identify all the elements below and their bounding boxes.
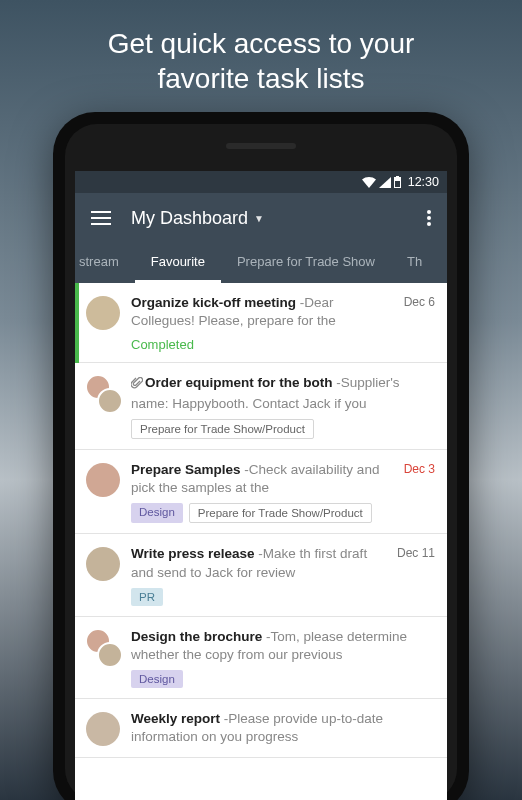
avatar <box>83 545 123 605</box>
svg-rect-2 <box>91 223 111 225</box>
svg-point-3 <box>427 210 431 214</box>
tab-prepare-for-trade-show[interactable]: Prepare for Trade Show <box>221 243 391 283</box>
svg-rect-0 <box>91 211 111 213</box>
tab-stream[interactable]: stream <box>75 243 135 283</box>
task-date: Dec 3 <box>404 461 435 476</box>
task-text: Weekly report -Please provide up-to-date… <box>131 710 435 746</box>
app-bar: My Dashboard ▼ <box>75 193 447 243</box>
task-date: Dec 11 <box>397 545 435 560</box>
tag-chip[interactable]: Design <box>131 503 183 523</box>
avatar <box>83 294 123 352</box>
task-item[interactable]: Prepare Samples -Check availability and … <box>75 450 447 534</box>
tag-chip[interactable]: Design <box>131 670 183 688</box>
svg-rect-1 <box>91 217 111 219</box>
tag-chip[interactable]: Prepare for Trade Show/Product <box>189 503 372 523</box>
chevron-down-icon: ▼ <box>254 213 264 224</box>
task-item[interactable]: Order equipment for the both -Supplier's… <box>75 363 447 449</box>
status-completed: Completed <box>131 337 435 352</box>
tag-chip[interactable]: PR <box>131 588 163 606</box>
wifi-icon <box>362 177 376 188</box>
attachment-icon <box>131 376 143 394</box>
tab-bar: streamFavouritePrepare for Trade ShowTh <box>75 243 447 283</box>
task-text: Design the brochure -Tom, please determi… <box>131 628 435 664</box>
page-title: My Dashboard <box>131 208 248 229</box>
phone-frame: 12:30 My Dashboard ▼ streamFavouritePrep… <box>53 112 469 800</box>
avatar <box>83 461 123 523</box>
tab-th[interactable]: Th <box>391 243 422 283</box>
task-item[interactable]: Organize kick-off meeting -Dear Collegue… <box>75 283 447 363</box>
task-item[interactable]: Design the brochure -Tom, please determi… <box>75 617 447 699</box>
dashboard-dropdown[interactable]: My Dashboard ▼ <box>131 208 421 229</box>
avatar <box>83 628 123 668</box>
avatar <box>83 710 123 746</box>
svg-point-4 <box>427 216 431 220</box>
task-text: Write press release -Make th first draft… <box>131 545 389 581</box>
task-item[interactable]: Weekly report -Please provide up-to-date… <box>75 699 447 757</box>
battery-icon <box>394 176 401 188</box>
cell-signal-icon <box>379 177 391 188</box>
svg-point-5 <box>427 222 431 226</box>
task-list[interactable]: Organize kick-off meeting -Dear Collegue… <box>75 283 447 758</box>
status-stripe <box>75 283 79 363</box>
task-text: Organize kick-off meeting -Dear Collegue… <box>131 294 396 330</box>
clock-time: 12:30 <box>408 175 439 189</box>
task-text: Order equipment for the both -Supplier's… <box>131 374 435 412</box>
android-status-bar: 12:30 <box>75 171 447 193</box>
tab-favourite[interactable]: Favourite <box>135 243 221 283</box>
task-date: Dec 6 <box>404 294 435 309</box>
task-item[interactable]: Write press release -Make th first draft… <box>75 534 447 616</box>
promo-heading: Get quick access to yourfavorite task li… <box>0 0 522 112</box>
task-text: Prepare Samples -Check availability and … <box>131 461 396 497</box>
overflow-menu-icon[interactable] <box>421 204 437 232</box>
avatar <box>83 374 123 414</box>
screen: 12:30 My Dashboard ▼ streamFavouritePrep… <box>75 171 447 800</box>
menu-icon[interactable] <box>85 205 117 231</box>
tag-chip[interactable]: Prepare for Trade Show/Product <box>131 419 314 439</box>
